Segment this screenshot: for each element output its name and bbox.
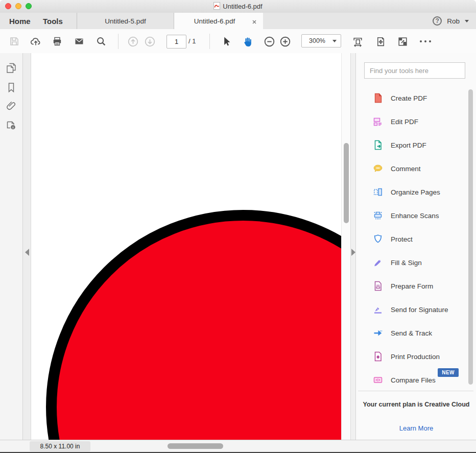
share-upload-button[interactable] <box>30 35 42 47</box>
vertical-scrollbar-thumb[interactable] <box>344 143 349 223</box>
tab-untitled-6-active[interactable]: Untitled-6.pdf <box>174 13 263 30</box>
tool-item-protect[interactable]: Protect <box>356 227 476 251</box>
tool-label: Prepare Form <box>391 282 433 290</box>
tools-button[interactable]: Tools <box>43 13 63 29</box>
zoom-out-button[interactable] <box>263 35 275 47</box>
tab-label: Untitled-6.pdf <box>194 17 235 25</box>
document-info-button[interactable] <box>5 119 17 131</box>
fit-width-icon <box>352 36 364 47</box>
prepare-form-icon <box>372 280 384 292</box>
tool-item-comment[interactable]: Comment <box>356 157 476 180</box>
page-down-icon <box>144 36 156 47</box>
tool-label: Print Production <box>391 353 440 361</box>
tab-close-icon[interactable] <box>252 18 257 23</box>
tool-item-fill-sign[interactable]: Fill & Sign <box>356 251 476 274</box>
zoom-out-icon <box>264 36 275 47</box>
left-nav-rail <box>0 53 23 440</box>
hand-icon <box>242 36 253 47</box>
titlebar: Untitled-6.pdf <box>0 0 476 13</box>
status-bar: 8.50 x 11.00 in <box>0 440 476 452</box>
tool-label: Send & Track <box>391 329 432 337</box>
tool-label: Send for Signature <box>391 306 448 314</box>
tools-list: Create PDF Edit PDF Export PDF Comment O… <box>356 86 476 392</box>
search-icon <box>96 36 107 47</box>
red-circle-shape <box>46 210 341 440</box>
tool-label: Comment <box>391 165 421 173</box>
tools-search-input[interactable] <box>364 62 465 79</box>
user-name[interactable]: Rob <box>447 17 460 25</box>
tools-panel: Create PDF Edit PDF Export PDF Comment O… <box>355 53 476 440</box>
tool-label: Protect <box>391 235 413 243</box>
tool-item-send-track[interactable]: Send & Track <box>356 321 476 345</box>
tool-item-create-pdf[interactable]: Create PDF <box>356 86 476 110</box>
hand-tool-button[interactable] <box>241 35 253 47</box>
previous-page-button[interactable] <box>127 35 139 47</box>
main-area: Create PDF Edit PDF Export PDF Comment O… <box>0 53 476 440</box>
panel-scrollbar-thumb[interactable] <box>468 89 473 385</box>
page-number-input[interactable] <box>166 35 186 49</box>
user-menu-caret-icon[interactable] <box>465 20 469 22</box>
tool-label: Enhance Scans <box>391 212 439 220</box>
collapse-right-icon[interactable] <box>351 249 355 256</box>
zoom-caret-icon <box>332 40 337 42</box>
tool-item-organize-pages[interactable]: Organize Pages <box>356 180 476 204</box>
tool-item-edit-pdf[interactable]: Edit PDF <box>356 110 476 133</box>
send-track-icon <box>372 327 384 339</box>
tool-item-enhance-scans[interactable]: Enhance Scans <box>356 204 476 227</box>
next-page-button[interactable] <box>144 35 156 47</box>
tab-bar: Home Tools Untitled-5.pdf Untitled-6.pdf… <box>0 13 476 30</box>
left-pane-handle[interactable] <box>23 53 31 440</box>
bookmarks-icon <box>5 81 17 93</box>
select-tool-button[interactable] <box>220 35 232 47</box>
fullscreen-button[interactable] <box>396 35 409 47</box>
protect-icon <box>372 233 384 245</box>
pointer-icon <box>221 36 232 47</box>
fit-width-button[interactable] <box>351 35 364 47</box>
tool-item-prepare-form[interactable]: Prepare Form <box>356 274 476 298</box>
tool-label: Export PDF <box>391 141 426 149</box>
help-button[interactable]: ? <box>433 16 442 26</box>
tab-untitled-5[interactable]: Untitled-5.pdf <box>77 13 174 29</box>
zoom-level-select[interactable]: 300% <box>301 34 341 47</box>
tool-label: Create PDF <box>391 94 427 102</box>
compare-files-icon <box>372 374 384 386</box>
tool-item-export-pdf[interactable]: Export PDF <box>356 133 476 157</box>
vertical-scrollbar[interactable] <box>341 53 351 440</box>
fullscreen-icon <box>397 36 409 47</box>
page-up-icon <box>127 36 139 47</box>
plan-text: Your current plan is Creative Cloud <box>356 401 476 408</box>
fit-page-icon <box>375 36 387 47</box>
tool-label: Organize Pages <box>391 188 440 196</box>
export-pdf-icon <box>372 139 384 151</box>
zoom-in-button[interactable] <box>279 35 291 47</box>
panel-divider <box>358 391 473 391</box>
organize-pages-icon <box>372 186 384 198</box>
attachments-button[interactable] <box>5 100 17 112</box>
tool-item-print-production[interactable]: Print Production <box>356 345 476 368</box>
horizontal-scrollbar-thumb[interactable] <box>168 443 223 449</box>
email-icon <box>74 36 85 47</box>
print-production-icon <box>372 351 384 362</box>
window-title-wrap: Untitled-6.pdf <box>0 0 476 13</box>
fill-sign-icon <box>372 257 384 268</box>
edit-pdf-icon <box>372 116 384 127</box>
tool-item-send-for-signature[interactable]: Send for Signature <box>356 298 476 321</box>
save-button[interactable] <box>8 35 20 47</box>
page-thumbnails-button[interactable] <box>5 62 17 74</box>
document-page[interactable] <box>31 53 341 440</box>
bookmarks-button[interactable] <box>5 81 17 93</box>
page-total-label: / 1 <box>188 37 196 45</box>
search-button[interactable] <box>95 35 107 47</box>
cloud-upload-icon <box>30 36 41 47</box>
email-button[interactable] <box>73 35 85 47</box>
save-icon <box>9 36 20 47</box>
home-button[interactable]: Home <box>9 13 31 29</box>
learn-more-link[interactable]: Learn More <box>356 424 476 432</box>
more-dots-icon <box>419 39 432 43</box>
tool-label: Compare Files <box>391 376 436 384</box>
more-tools-button[interactable] <box>418 35 433 47</box>
tab-label: Untitled-5.pdf <box>105 17 146 25</box>
print-button[interactable] <box>51 35 63 47</box>
collapse-left-icon[interactable] <box>25 249 29 256</box>
fit-page-button[interactable] <box>374 35 387 47</box>
